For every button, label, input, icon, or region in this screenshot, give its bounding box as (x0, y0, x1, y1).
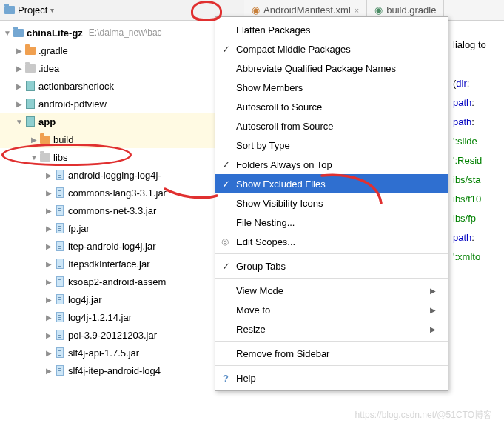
menu-item[interactable]: Remove from Sidebar (215, 344, 448, 363)
chevron-down-icon[interactable]: ▼ (15, 118, 24, 126)
jar-icon (56, 259, 64, 269)
chevron-right-icon[interactable]: ▶ (15, 47, 24, 55)
chevron-right-icon[interactable]: ▶ (44, 296, 53, 304)
chevron-right-icon[interactable]: ▶ (44, 331, 53, 339)
gradle-icon: ◉ (374, 4, 383, 16)
menu-item[interactable]: Show Visibility Icons (215, 193, 448, 213)
menu-item[interactable]: Move to▶ (215, 300, 448, 319)
module-icon (26, 116, 35, 127)
chevron-right-icon[interactable]: ▶ (30, 136, 38, 144)
tree-item[interactable]: ▶.gradle (0, 41, 222, 59)
tree-item-jar[interactable]: ▶ksoap2-android-assem (0, 273, 222, 290)
tree-item-jar[interactable]: ▶ItepsdkInterface.jar (0, 255, 222, 273)
settings-menu: Flatten PackagesCompact Middle PackagesA… (215, 16, 448, 391)
jar-icon (56, 365, 64, 376)
module-icon (13, 29, 24, 37)
chevron-right-icon[interactable]: ▶ (44, 171, 53, 179)
menu-item[interactable]: Help (215, 368, 448, 387)
chevron-right-icon[interactable]: ▶ (15, 82, 24, 90)
chevron-right-icon[interactable]: ▶ (44, 260, 53, 268)
tree-item-jar[interactable]: ▶slf4j-itep-android-log4 (0, 362, 222, 379)
tree-root[interactable]: ▼ chinaLife-gz E:\daima_new\bac (0, 24, 222, 41)
tree-item[interactable]: ▶.idea (0, 59, 222, 77)
project-label: Project (18, 4, 47, 16)
menu-item[interactable]: View Mode▶ (215, 281, 448, 300)
jar-icon (56, 347, 64, 358)
tree-item-jar[interactable]: ▶log4j-1.2.14.jar (0, 308, 222, 326)
menu-item[interactable]: Flatten Packages (215, 20, 448, 39)
tree-item-jar[interactable]: ▶commons-lang3-3.1.jar (0, 184, 222, 202)
tree-item-jar[interactable]: ▶android-logging-log4j- (0, 166, 222, 184)
tree-item-app[interactable]: ▼app (0, 113, 222, 130)
jar-icon (56, 205, 64, 216)
dropdown-icon: ▾ (50, 6, 54, 14)
menu-item[interactable]: File Nesting... (215, 213, 448, 232)
watermark: https://blog.csdn.net/@51CTO博客 (355, 409, 492, 422)
chevron-right-icon[interactable]: ▶ (44, 349, 53, 357)
chevron-right-icon[interactable]: ▶ (44, 207, 53, 215)
tree-item-jar[interactable]: ▶commons-net-3.3.jar (0, 202, 222, 219)
menu-item[interactable]: Resize▶ (215, 319, 448, 339)
submenu-arrow-icon: ▶ (430, 325, 436, 333)
chevron-right-icon[interactable]: ▶ (44, 224, 53, 233)
tree-item-jar[interactable]: ▶fp.jar (0, 219, 222, 237)
chevron-right-icon[interactable]: ▶ (15, 64, 24, 73)
tree-item-jar[interactable]: ▶log4j.jar (0, 290, 222, 308)
chevron-right-icon[interactable]: ▶ (44, 242, 53, 250)
chevron-right-icon[interactable]: ▶ (44, 313, 53, 322)
jar-icon (56, 241, 64, 251)
menu-item[interactable]: Show Members (215, 78, 448, 97)
module-icon (26, 81, 35, 91)
root-path: E:\daima_new\bac (89, 27, 162, 38)
chevron-down-icon[interactable]: ▼ (3, 29, 12, 37)
menu-item[interactable]: Autoscroll from Source (215, 116, 448, 136)
chevron-right-icon[interactable]: ▶ (44, 278, 53, 286)
menu-item[interactable]: Edit Scopes... (215, 232, 448, 251)
jar-icon (56, 276, 64, 287)
menu-item[interactable]: Abbreviate Qualified Package Names (215, 59, 448, 78)
chevron-right-icon[interactable]: ▶ (15, 100, 24, 108)
menu-item[interactable]: Group Tabs (215, 256, 448, 276)
xml-icon: ◉ (252, 4, 260, 16)
folder-icon (40, 136, 50, 144)
jar-icon (56, 187, 64, 198)
tree-item-jar[interactable]: ▶poi-3.9-20121203.jar (0, 326, 222, 344)
menu-item[interactable]: Autoscroll to Source (215, 97, 448, 116)
jar-icon (56, 170, 64, 180)
folder-icon (40, 153, 50, 162)
chevron-down-icon[interactable]: ▼ (30, 153, 38, 162)
menu-item[interactable]: Sort by Type (215, 136, 448, 155)
jar-icon (56, 330, 64, 340)
submenu-arrow-icon: ▶ (430, 287, 436, 295)
folder-icon (25, 47, 36, 55)
tree-item-build[interactable]: ▶build (0, 130, 222, 148)
menu-item[interactable]: Compact Middle Packages (215, 39, 448, 59)
editor-content[interactable]: lialog to (dir: path: path: ':slide ':Re… (448, 21, 504, 426)
tree-item-libs[interactable]: ▼libs (0, 148, 222, 166)
tree-item-jar[interactable]: ▶itep-android-log4j.jar (0, 237, 222, 255)
jar-icon (56, 223, 64, 233)
menu-item[interactable]: Show Excluded Files (215, 174, 448, 193)
folder-icon (25, 64, 36, 73)
root-name: chinaLife-gz (25, 27, 83, 39)
project-icon (4, 6, 15, 14)
module-icon (26, 99, 35, 109)
chevron-right-icon[interactable]: ▶ (44, 367, 53, 375)
menu-item[interactable]: Folders Always on Top (215, 155, 448, 174)
tree-item-jar[interactable]: ▶slf4j-api-1.7.5.jar (0, 344, 222, 362)
tree-item[interactable]: ▶actionbarsherlock (0, 77, 222, 95)
jar-icon (56, 294, 64, 304)
jar-icon (56, 312, 64, 322)
close-icon[interactable]: × (355, 6, 359, 15)
project-tree: ▼ chinaLife-gz E:\daima_new\bac ▶.gradle… (0, 21, 222, 426)
chevron-right-icon[interactable]: ▶ (44, 189, 53, 197)
submenu-arrow-icon: ▶ (430, 306, 436, 314)
tree-item[interactable]: ▶android-pdfview (0, 95, 222, 113)
